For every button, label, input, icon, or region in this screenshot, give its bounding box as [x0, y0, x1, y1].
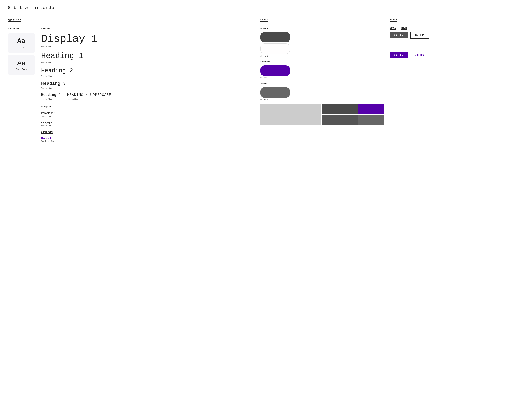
primary-swatch-group: Primary #FFFEFE: [261, 27, 384, 57]
display1-meta: Regular, 80px: [41, 45, 261, 47]
button-section: Button Normal Hover BUTTON BUTTON BUTTON…: [389, 18, 513, 146]
typography-section: Typography Font Family Aa VT23 Aa Open S…: [8, 18, 261, 146]
colors-section: Colors Primary #FFFEFE Secondary #FFA92C…: [261, 18, 384, 146]
palette-light: [261, 104, 321, 125]
typography-label: Typography: [8, 18, 21, 22]
secondary-label: Secondary: [261, 61, 271, 63]
paragraph-section: Paragraph Paragraph 1 Regular, 20px Para…: [41, 105, 261, 126]
palette-dark2: [322, 115, 358, 125]
primary-normal-button[interactable]: BUTTON: [389, 32, 408, 38]
accent-swatch-group: Accent #9E2759: [261, 82, 384, 101]
primary-light-hex: #FFFEFE: [261, 55, 384, 57]
btn-col-labels: Normal Hover: [389, 27, 513, 30]
normal-label: Normal: [389, 27, 396, 30]
para2-text: Paragraph 2: [41, 121, 261, 124]
hover-label: Hover: [401, 27, 407, 30]
heading2-meta: Regular, 56px: [41, 75, 261, 77]
heading4-upper-text: HEADING 4 UPPERCASE: [67, 93, 111, 97]
font-sample-vt23: Aa: [10, 37, 32, 45]
font-sample-opensans: Aa: [10, 59, 32, 67]
font-name-vt23: VT23: [19, 46, 24, 49]
heading3-text: Heading 3: [41, 81, 261, 86]
button-link-section: Button / Link Hyperlink SemiBold, 18px: [41, 130, 261, 142]
swatch-accent: [261, 87, 290, 98]
heading4-upper-block: HEADING 4 UPPERCASE Regular, 32px: [67, 93, 111, 104]
accent-hex: #9E2759: [261, 99, 384, 101]
button-link-label: Button / Link: [41, 131, 53, 134]
heading2-text: Heading 2: [41, 67, 261, 74]
paragraph-label: Paragraph: [41, 105, 51, 108]
primary-label: Primary: [261, 27, 268, 30]
heading1-meta: Regular, 64px: [41, 61, 261, 63]
colors-label: Colors: [261, 18, 268, 22]
font-card-opensans: Aa Open Sans: [8, 55, 35, 75]
swatch-secondary: [261, 65, 290, 76]
button-section-label: Button: [389, 18, 397, 22]
para2-meta: Regular, 18px: [41, 124, 261, 126]
heading4-block: Heading 4 Regular, 32px: [41, 93, 61, 104]
para1-text: Paragraph 1: [41, 112, 261, 115]
page-title: 8 bit & nintendo: [8, 5, 513, 10]
heading4-text: Heading 4: [41, 93, 61, 97]
right-panel: Colors Primary #FFFEFE Secondary #FFA92C…: [261, 18, 513, 146]
primary-btn-row: BUTTON BUTTON: [389, 31, 513, 39]
secondary-hover-button[interactable]: BUTTON: [411, 52, 429, 58]
heading3-meta: Regular, 40px: [41, 87, 261, 89]
palette-dark1: [322, 104, 358, 114]
heading4-row: Heading 4 Regular, 32px HEADING 4 UPPERC…: [41, 93, 261, 104]
secondary-hex: #FFA92C: [261, 77, 384, 79]
heading4-upper-meta: Regular, 32px: [67, 98, 111, 100]
secondary-normal-button[interactable]: BUTTON: [389, 52, 408, 58]
swatch-primary-light: [261, 44, 290, 54]
palette-purple: [359, 104, 384, 114]
swatch-primary-dark: [261, 32, 290, 43]
hyperlink-meta: SemiBold, 18px: [41, 140, 261, 142]
heading4-meta: Regular, 32px: [41, 98, 61, 100]
headlines-label: Headlines: [41, 27, 51, 30]
font-card-vt23: Aa VT23: [8, 33, 35, 53]
palette-accent2: [359, 115, 384, 125]
palette-grid: [261, 104, 384, 125]
font-family-label: Font Family: [8, 27, 19, 30]
font-family-col: Font Family Aa VT23 Aa Open Sans: [8, 27, 37, 146]
font-name-opensans: Open Sans: [16, 68, 27, 70]
primary-hover-button[interactable]: BUTTON: [411, 31, 429, 39]
secondary-btn-row: BUTTON BUTTON: [389, 52, 513, 58]
secondary-swatch-group: Secondary #FFA92C: [261, 60, 384, 79]
accent-label: Accent: [261, 82, 267, 85]
heading1-text: Heading 1: [41, 51, 261, 61]
para1-meta: Regular, 20px: [41, 115, 261, 117]
display1-text: Display 1: [41, 33, 261, 45]
hyperlink-text[interactable]: Hyperlink: [41, 137, 261, 139]
headlines-col: Headlines Display 1 Regular, 80px Headin…: [41, 27, 261, 146]
